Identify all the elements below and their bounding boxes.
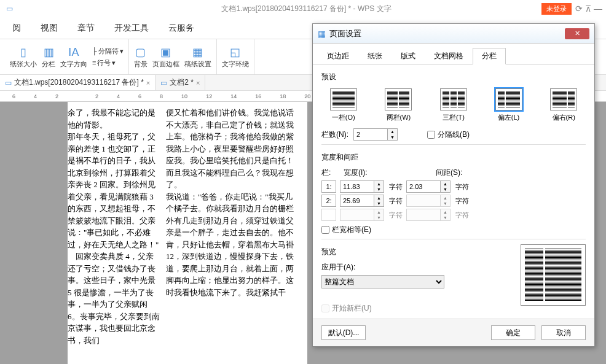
width-section-label: 宽度和间距 [321,152,586,163]
spin-down[interactable]: ▼ [388,134,397,140]
manuscript-icon: ▦ [192,45,203,59]
bg-icon: ▢ [135,45,146,59]
row-idx: 1: [321,180,336,193]
label: 文字环绕 [222,60,249,69]
dialog-tabs: 页边距 纸张 版式 文档网格 分栏 [313,44,594,64]
col-count-spinner[interactable]: ▲▼ [353,128,398,141]
login-button[interactable]: 未登录 [541,3,572,15]
title-text: 文档1.wps[20180204193116217 备份] * - WPS 文字 [221,4,391,14]
unit: 字符 [455,196,469,206]
preview-label: 预览 [321,247,511,257]
col-count-input[interactable] [353,128,388,141]
line-no-button[interactable]: ≡ 行号 ▾ [92,58,124,68]
new-col-label: 开始新栏(U) [332,303,372,314]
equal-width-checkbox[interactable] [321,226,329,234]
textdir-icon: ⅠA [68,45,79,59]
divider-label: 分隔线(B) [438,130,470,140]
spin-up[interactable]: ▲ [388,129,397,134]
width-spinner-2[interactable]: ▲▼ [340,195,384,207]
tab-grid[interactable]: 文档网格 [425,48,473,64]
preset-label: 预设 [321,72,586,82]
preset-left[interactable]: 偏左(L) [494,87,524,123]
menu-tab[interactable]: 云服务 [159,23,204,34]
ok-button[interactable]: 确定 [491,325,535,340]
close-icon[interactable]: × [196,79,200,87]
space-hdr: 间距(S): [436,168,510,178]
unit: 字符 [455,211,469,220]
tab-paper[interactable]: 纸张 [358,48,392,64]
minimize-icon[interactable]: — [594,4,602,14]
unit: 字符 [455,182,469,192]
width-spinner-1[interactable]: ▲▼ [340,180,384,193]
background-button[interactable]: ▢ 背景 [134,45,148,69]
text-column-2[interactable]: 便又忙着和他们讲价钱。我觉他说话不大漂亮，非自己定了价钱；就送我上车。他张椅子；… [166,107,295,359]
columns-icon: ▥ [44,45,54,59]
doc-tab[interactable]: ▭ 文档2 * × [155,75,205,90]
page-border-button[interactable]: ▣ 页面边框 [152,45,179,69]
label: 文字方向 [60,60,87,69]
space-spinner-2: ▲▼ [406,195,451,207]
border-icon: ▣ [160,45,171,59]
tab-margins[interactable]: 页边距 [318,48,358,64]
apply-label: 应用于(A): [321,263,355,271]
preset-row: 一栏(O) 两栏(W) 三栏(T) 偏左(L) 偏右(R) [321,87,586,123]
preset-one[interactable]: 一栏(O) [329,87,358,123]
unit: 字符 [389,211,403,220]
doc-tab[interactable]: ▭ 文档1.wps[20180204193116217 备份] * × [0,75,155,90]
row-idx [321,209,336,221]
equal-width-label: 栏宽相等(E) [332,225,371,235]
tab-layout[interactable]: 版式 [392,48,425,64]
doc-tab-label: 文档2 * [170,77,194,88]
apply-select[interactable]: 整篇文档 [321,275,444,288]
label: 页面边框 [152,60,179,69]
paper-icon: ▯ [20,45,26,59]
label: 分栏 [42,60,55,69]
close-icon[interactable]: × [146,79,150,87]
tab-columns[interactable]: 分栏 [473,48,506,64]
menu-tab[interactable]: 视图 [31,23,68,34]
col-hdr: 栏: [321,168,344,178]
dialog-title: 页面设置 [329,28,361,39]
dialog-titlebar[interactable]: ▦ 页面设置 ✕ [313,24,594,44]
close-button[interactable]: ✕ [565,28,589,39]
unit: 字符 [389,182,403,192]
cancel-button[interactable]: 取消 [541,325,586,340]
label: 稿纸设置 [184,60,211,69]
titlebar: ▭ 文档1.wps[20180204193116217 备份] * - WPS … [0,0,606,17]
menu-tab[interactable]: 开发工具 [104,23,159,34]
page-setup-dialog: ▦ 页面设置 ✕ 页边距 纸张 版式 文档网格 分栏 预设 一栏(O) 两栏(W… [312,23,595,347]
new-col-checkbox [321,304,329,312]
wrap-icon: ◱ [230,45,240,59]
manuscript-button[interactable]: ▦ 稿纸设置 [184,45,211,69]
preset-right[interactable]: 偏右(R) [549,87,578,123]
preset-two[interactable]: 两栏(W) [384,87,413,123]
label: 纸张大小 [10,60,37,69]
separator-button[interactable]: ├ 分隔符 ▾ [92,47,124,56]
default-button[interactable]: 默认(D)... [321,325,366,340]
paper-size-button[interactable]: ▯ 纸张大小 [10,45,37,69]
text-dir-button[interactable]: ⅠA 文字方向 [60,45,87,69]
label: 背景 [134,60,148,69]
columns-button[interactable]: ▥ 分栏 [42,45,55,69]
doc-tab-label: 文档1.wps[20180204193116217 备份] * [14,77,144,88]
col-count-label: 栏数(N): [321,130,348,140]
text-wrap-button[interactable]: ◱ 文字环绕 [222,45,249,69]
preset-three[interactable]: 三栏(T) [439,87,468,123]
divider-checkbox[interactable] [427,131,435,139]
dialog-icon: ▦ [318,29,326,39]
pin-icon[interactable]: ⊼ [585,4,591,14]
doc-icon: ▭ [6,4,13,13]
menu-tab[interactable]: 章节 [68,23,104,34]
preview-box [521,244,586,306]
space-spinner-1[interactable]: ▲▼ [406,180,451,193]
width-hdr: 宽度(I): [344,168,436,178]
menu-tab[interactable]: 阅 [2,23,31,34]
sync-icon[interactable]: ⟳ [575,4,583,14]
doc-icon: ▭ [5,79,12,87]
doc-icon: ▭ [160,79,167,87]
row-idx: 2: [321,195,336,207]
text-column-1[interactable]: 余了，我最不能忘记的是他的背影。 那年冬天，祖母死了，父亲的差使 1 也交卸了，… [68,107,160,359]
unit: 字符 [389,196,403,206]
page[interactable]: 余了，我最不能忘记的是他的背影。 那年冬天，祖母死了，父亲的差使 1 也交卸了，… [68,102,307,364]
